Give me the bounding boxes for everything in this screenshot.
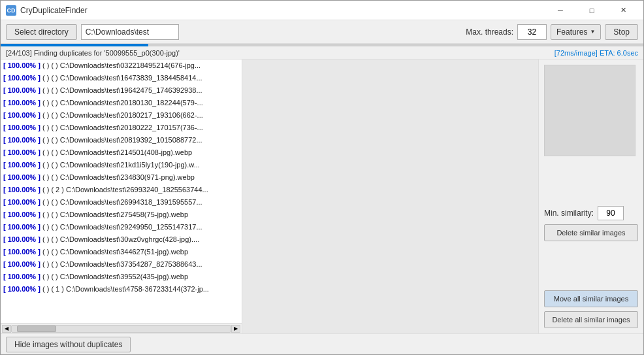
list-item-info: ( ) ( ): [42, 148, 58, 156]
list-item-pct: [ 100.00% ]: [3, 148, 40, 156]
list-item[interactable]: [ 100.00% ] ( ) ( ) C:\Downloads\test\39…: [1, 271, 242, 283]
list-item[interactable]: [ 100.00% ] ( ) ( ) C:\Downloads\test\30…: [1, 233, 242, 246]
list-item[interactable]: [ 100.00% ] ( ) ( ) C:\Downloads\test\19…: [1, 84, 242, 97]
list-item[interactable]: [ 100.00% ] ( ) ( ) C:\Downloads\test\03…: [1, 59, 242, 72]
list-item-pct: [ 100.00% ]: [3, 86, 40, 94]
list-item[interactable]: [ 100.00% ] ( ) ( ) C:\Downloads\test\26…: [1, 196, 242, 209]
list-item-pct: [ 100.00% ]: [3, 99, 40, 107]
path-value: C:\Downloads\test: [86, 27, 149, 37]
min-similarity-label: Min. similarity:: [544, 209, 594, 218]
stop-button[interactable]: Stop: [605, 24, 638, 40]
list-item[interactable]: [ 100.00% ] ( ) ( ) C:\Downloads\test\27…: [1, 209, 242, 221]
list-item-path: C:\Downloads\test\20180222_170157(736-..…: [60, 124, 203, 131]
list-item-pct: [ 100.00% ]: [3, 211, 40, 218]
list-item-pct: [ 100.00% ]: [3, 198, 40, 206]
max-threads-label: Max. threads:: [466, 27, 513, 37]
list-item-info: ( ) ( 1 ): [42, 285, 64, 293]
list-item-path: C:\Downloads\test\032218495214(676-jpg..…: [60, 61, 201, 69]
move-all-similar-button[interactable]: Move all similar images: [544, 290, 638, 307]
main-content: [ 100.00% ] ( ) ( ) C:\Downloads\test\03…: [1, 59, 643, 333]
list-item-info: ( ) ( ): [42, 198, 58, 206]
list-item-info: ( ) ( ): [42, 74, 58, 82]
list-item[interactable]: [ 100.00% ] ( ) ( ) C:\Downloads\test\23…: [1, 171, 242, 184]
list-item[interactable]: [ 100.00% ] ( ) ( ) C:\Downloads\test\21…: [1, 146, 242, 159]
list-item[interactable]: [ 100.00% ] ( ) ( ) C:\Downloads\test\20…: [1, 97, 242, 109]
list-item-path: C:\Downloads\test\275458(75-jpg).webp: [60, 211, 188, 218]
list-item-info: ( ) ( ): [42, 161, 58, 169]
hide-no-duplicates-button[interactable]: Hide images without duplicates: [6, 337, 131, 352]
close-button[interactable]: ✕: [608, 1, 638, 20]
thumbnail-box: [544, 65, 636, 156]
list-item[interactable]: [ 100.00% ] ( ) ( ) C:\Downloads\test\34…: [1, 246, 242, 258]
app-icon: CD: [6, 5, 16, 16]
list-item-pct: [ 100.00% ]: [3, 111, 40, 119]
list-item-path: C:\Downloads\test\30wz0vghrgc(428-jpg)..…: [60, 235, 199, 243]
list-scroll[interactable]: [ 100.00% ] ( ) ( ) C:\Downloads\test\03…: [1, 59, 242, 323]
list-item-pct: [ 100.00% ]: [3, 124, 40, 131]
list-item-pct: [ 100.00% ]: [3, 248, 40, 256]
list-item[interactable]: [ 100.00% ] ( ) ( ) C:\Downloads\test\37…: [1, 258, 242, 271]
path-display: C:\Downloads\test: [81, 24, 179, 40]
list-item-pct: [ 100.00% ]: [3, 161, 40, 169]
title-bar: CD CryDuplicateFinder ─ □ ✕: [1, 1, 643, 20]
list-item[interactable]: [ 100.00% ] ( ) ( ) C:\Downloads\test\16…: [1, 72, 242, 84]
list-item[interactable]: [ 100.00% ] ( ) ( ) C:\Downloads\test\29…: [1, 221, 242, 233]
list-item-pct: [ 100.00% ]: [3, 74, 40, 82]
delete-similar-button[interactable]: Delete similar images: [544, 224, 638, 241]
list-item-path: C:\Downloads\test\344627(51-jpg).webp: [60, 248, 188, 256]
toolbar: Select directory C:\Downloads\test Max. …: [1, 20, 643, 44]
list-item-info: ( ) ( ): [42, 86, 58, 94]
list-item-pct: [ 100.00% ]: [3, 235, 40, 243]
window-title: CryDuplicateFinder: [20, 6, 88, 15]
scrollbar-track[interactable]: [11, 325, 231, 333]
bottom-bar: Hide images without duplicates: [1, 333, 643, 354]
list-item-path: C:\Downloads\test\26994318_1391595557...: [60, 198, 202, 206]
list-item-info: ( ) ( ): [42, 235, 58, 243]
similarity-row: Min. similarity:: [544, 206, 638, 220]
list-item-path: C:\Downloads\test\16473839_1384458414...: [60, 74, 202, 82]
list-item-info: ( ) ( ): [42, 248, 58, 256]
similarity-input[interactable]: [598, 206, 624, 220]
list-item[interactable]: [ 100.00% ] ( ) ( ) C:\Downloads\test\21…: [1, 159, 242, 171]
list-item[interactable]: [ 100.00% ] ( ) ( ) C:\Downloads\test\20…: [1, 122, 242, 134]
spacer: [544, 160, 638, 202]
list-item[interactable]: [ 100.00% ] ( ) ( ) C:\Downloads\test\20…: [1, 134, 242, 146]
list-item-info: ( ) ( ): [42, 99, 58, 107]
list-item-path: C:\Downloads\test\4758-367233144(372-jp.…: [66, 285, 209, 293]
maximize-button[interactable]: □: [577, 1, 607, 20]
status-bar: [24/103] Finding duplicates for '5009955…: [1, 46, 643, 59]
list-item[interactable]: [ 100.00% ] ( ) ( 2 ) C:\Downloads\test\…: [1, 184, 242, 196]
list-item-path: C:\Downloads\test\26993240_1825563744...: [66, 186, 208, 194]
list-item-info: ( ) ( ): [42, 136, 58, 144]
scrollbar-thumb[interactable]: [17, 326, 56, 332]
list-item-path: C:\Downloads\test\21kd1i5ly1y(190-jpg).w…: [60, 161, 200, 169]
list-item-pct: [ 100.00% ]: [3, 173, 40, 181]
eta-text: [72ms/image] ETA: 6.0sec: [555, 49, 638, 57]
threads-input[interactable]: [517, 24, 547, 40]
delete-all-similar-button[interactable]: Delete all similar images: [544, 311, 638, 328]
list-item-path: C:\Downloads\test\20180217_193106(662-..…: [60, 111, 203, 119]
list-item-path: C:\Downloads\test\39552(435-jpg).webp: [60, 273, 188, 280]
select-directory-button[interactable]: Select directory: [6, 24, 77, 40]
image-preview-panel: [242, 59, 539, 333]
minimize-button[interactable]: ─: [545, 1, 575, 20]
list-item-info: ( ) ( ): [42, 124, 58, 131]
list-item[interactable]: [ 100.00% ] ( ) ( 1 ) C:\Downloads\test\…: [1, 283, 242, 296]
scroll-left-icon[interactable]: ◀: [2, 325, 11, 333]
scroll-right-icon[interactable]: ▶: [231, 325, 240, 333]
list-item[interactable]: [ 100.00% ] ( ) ( ) C:\Downloads\test\20…: [1, 109, 242, 122]
horizontal-scrollbar[interactable]: ◀ ▶: [1, 323, 242, 333]
list-panel: [ 100.00% ] ( ) ( ) C:\Downloads\test\03…: [1, 59, 242, 333]
main-window: CD CryDuplicateFinder ─ □ ✕ Select direc…: [0, 0, 644, 355]
list-item-info: ( ) ( ): [42, 273, 58, 280]
right-panel: Min. similarity: Delete similar images M…: [539, 59, 643, 333]
list-item-pct: [ 100.00% ]: [3, 285, 40, 293]
list-item-path: C:\Downloads\test\234830(971-png).webp: [60, 173, 195, 181]
list-item-pct: [ 100.00% ]: [3, 136, 40, 144]
list-item-path: C:\Downloads\test\37354287_8275388643...: [60, 260, 202, 268]
features-label: Features: [556, 27, 587, 37]
features-dropdown[interactable]: Features ▼: [551, 24, 601, 40]
list-item-pct: [ 100.00% ]: [3, 260, 40, 268]
list-item-path: C:\Downloads\test\29249950_1255147317...: [60, 223, 202, 231]
image-placeholder: [242, 59, 538, 333]
